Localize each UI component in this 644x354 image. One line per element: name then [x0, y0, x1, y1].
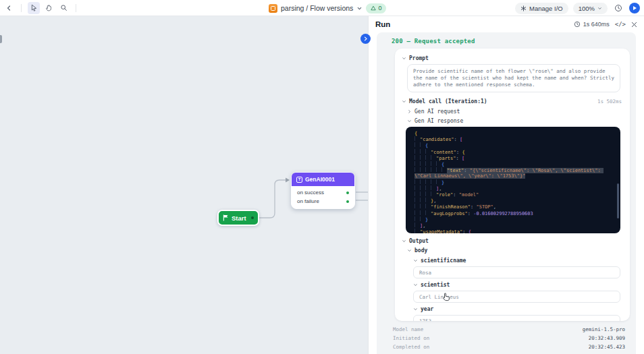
success-port[interactable] [346, 191, 349, 194]
chevron-down-icon [407, 119, 412, 123]
metadata-row: Model namegemini-1.5-pro [385, 325, 628, 334]
chevron-down-icon [402, 56, 406, 61]
code-line: "finishReason": "STOP", [414, 204, 614, 210]
port-row-success[interactable]: on success [292, 188, 354, 197]
back-button[interactable] [3, 2, 15, 14]
genai-response-toggle[interactable]: Gen AI response [407, 117, 622, 125]
clock-icon [574, 21, 581, 28]
genai-node[interactable]: T GenAI0001 on success on failure [291, 172, 355, 209]
code-view-button[interactable]: </> [615, 21, 626, 28]
code-line: }, [414, 198, 614, 204]
code-line: "avgLogprobs": -0.016002992788950603 [414, 210, 614, 216]
run-panel: Run 1s 640ms </> 200 – Request accepted … [368, 16, 644, 354]
chevron-down-icon [402, 239, 406, 243]
genai-node-header: T GenAI0001 [292, 173, 354, 186]
panel-collapse-button[interactable] [360, 34, 371, 44]
model-call-section-toggle[interactable]: Model call (Iteration:1) 1s 502ms [402, 97, 622, 105]
output-field-toggle-year[interactable]: year [413, 305, 622, 313]
chevron-down-icon [413, 258, 418, 263]
output-section-toggle[interactable]: Output [402, 237, 622, 245]
code-line: "parts": [ [414, 155, 614, 161]
run-panel-header: Run 1s 640ms </> [369, 16, 644, 32]
flow-canvas[interactable]: Start T GenAI0001 on success on failure [0, 16, 368, 354]
divider [21, 4, 22, 12]
zoom-level: 100% [579, 5, 595, 12]
code-line: "usageMetadata": { [414, 229, 614, 233]
metadata-row: Completed on20:32:45.423 [385, 343, 628, 351]
metadata-row: Initiated on20:32:43.909 [385, 334, 628, 343]
output-field-name: year [421, 306, 433, 312]
chevron-down-icon [413, 283, 418, 287]
code-line: { [414, 161, 614, 167]
project-breadcrumb[interactable]: parsing / Flow versions [281, 4, 353, 12]
code-line: } [414, 216, 614, 223]
start-output-port[interactable] [251, 216, 254, 219]
chevron-left-icon [6, 5, 11, 11]
cursor-icon [30, 4, 38, 11]
metadata-value: gemini-1.5-pro [583, 326, 625, 332]
zoom-select[interactable]: 100% [573, 3, 608, 14]
port-row-failure[interactable]: on failure [292, 197, 354, 206]
prompt-section-toggle[interactable]: Prompt [402, 54, 622, 62]
output-field-value-scientificname[interactable]: Rosa [413, 266, 620, 278]
output-fields: scientificnameRosascientistCarl Linnaeus… [402, 257, 622, 321]
topbar: parsing / Flow versions 0 Manage I/O 100… [0, 0, 644, 16]
select-tool-button[interactable] [28, 2, 40, 14]
run-panel-content: 200 – Request accepted Prompt Provide sc… [377, 32, 636, 354]
output-field-name: scientificname [421, 258, 466, 264]
metadata-label: Initiated on [393, 335, 429, 341]
run-result-card: Prompt Provide scientific name of teh fl… [395, 49, 630, 321]
close-icon [631, 22, 637, 28]
chevron-right-icon [363, 36, 368, 41]
code-line: "candidates": [ [414, 136, 614, 142]
flag-icon [223, 214, 229, 221]
clock-icon [614, 4, 622, 12]
chevron-right-icon [407, 109, 412, 114]
chevron-down-icon [597, 6, 602, 11]
genai-request-toggle[interactable]: Gen AI request [407, 107, 622, 115]
code-line: ], [414, 185, 614, 191]
output-field-value-scientist[interactable]: Carl Linnaeus [413, 291, 620, 303]
pan-tool-button[interactable] [43, 2, 55, 14]
model-call-duration: 1s 502ms [597, 98, 622, 105]
run-metadata-footer: Model namegemini-1.5-proInitiated on20:3… [385, 325, 628, 351]
chevron-down-icon [402, 99, 406, 104]
metadata-label: Completed on [393, 344, 429, 350]
history-button[interactable] [612, 2, 624, 14]
close-panel-button[interactable] [631, 22, 637, 28]
body-section-toggle[interactable]: body [407, 246, 622, 254]
warning-triangle-icon [371, 5, 376, 11]
start-node[interactable]: Start [217, 210, 259, 226]
hand-icon [45, 4, 53, 11]
metadata-label: Model name [393, 326, 423, 332]
manage-io-button[interactable]: Manage I/O [515, 3, 568, 14]
chevron-down-icon[interactable] [356, 5, 363, 11]
run-panel-title: Run [375, 20, 390, 28]
issues-badge[interactable]: 0 [366, 3, 386, 13]
failure-port[interactable] [346, 200, 349, 203]
project-icon [269, 4, 277, 13]
metadata-value: 20:32:45.423 [589, 344, 625, 350]
code-scrollbar[interactable] [617, 183, 619, 218]
code-line: { [414, 142, 614, 148]
code-line: "content": { [414, 149, 614, 155]
chevron-down-icon [413, 307, 418, 312]
output-field-toggle-scientificname[interactable]: scientificname [413, 257, 622, 264]
code-line: ], [414, 223, 614, 229]
genai-node-title: GenAI0001 [305, 176, 335, 183]
prompt-text-box: Provide scientific name of teh flower \"… [407, 64, 620, 92]
genai-node-icon: T [296, 177, 302, 183]
zoom-tool-button[interactable] [57, 2, 70, 14]
metadata-value: 20:32:43.909 [589, 335, 625, 341]
output-field-value-year[interactable]: 1753 [413, 315, 620, 321]
run-duration: 1s 640ms [574, 21, 610, 28]
code-block[interactable]: {"candidates": [{"content": {"parts": [{… [406, 127, 620, 233]
output-field-name: scientist [421, 282, 450, 288]
divider [76, 4, 76, 12]
run-button[interactable] [629, 3, 640, 13]
chevron-down-icon [407, 248, 412, 253]
play-icon [633, 6, 637, 10]
output-field-toggle-scientist[interactable]: scientist [413, 281, 622, 289]
code-line: { [414, 131, 614, 136]
code-lines: {"candidates": [{"content": {"parts": [{… [414, 131, 614, 233]
